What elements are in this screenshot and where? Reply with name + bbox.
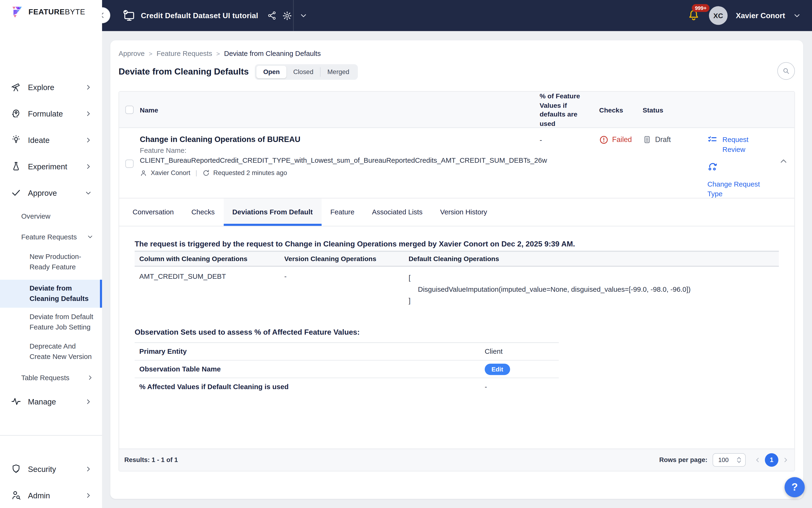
sidebar-item-feature-requests[interactable]: Feature Requests — [0, 231, 102, 242]
request-name-cell: Change in Cleaning Operations of BUREAU … — [140, 128, 540, 199]
breadcrumb-approve[interactable]: Approve — [119, 50, 144, 57]
dev-col-header-version: Version Cleaning Operations — [280, 255, 404, 263]
tab-deviations-from-default[interactable]: Deviations From Default — [224, 198, 322, 226]
rows-per-page-select[interactable]: 100 — [713, 453, 746, 467]
refresh-icon — [202, 169, 210, 176]
sidebar-item-admin[interactable]: Admin — [0, 488, 102, 503]
status-filter-group: Open Closed Merged — [255, 64, 357, 80]
sidebar-item-experiment[interactable]: Experiment — [0, 159, 102, 174]
chevron-right-icon — [87, 375, 93, 381]
sidebar-item-label: Formulate — [28, 109, 63, 118]
sidebar-item-label: Ideate — [28, 135, 50, 144]
gear-icon[interactable] — [282, 11, 292, 20]
content-card: Approve > Feature Requests > Deviate fro… — [110, 40, 803, 499]
table-header: Name % of Feature Values if defaults are… — [119, 92, 794, 128]
filter-open[interactable]: Open — [257, 66, 286, 78]
filter-closed[interactable]: Closed — [286, 66, 320, 78]
chevron-down-icon[interactable] — [300, 12, 307, 19]
chevron-down-icon[interactable] — [794, 12, 801, 19]
affected-values-value: - — [485, 383, 559, 390]
row-checkbox[interactable] — [126, 159, 134, 167]
topbar: Credit Default Dataset UI tutorial — [102, 0, 812, 31]
tab-version-history[interactable]: Version History — [431, 198, 496, 226]
sidebar-item-label: Experiment — [28, 162, 67, 171]
flask-icon — [11, 161, 21, 171]
requester-name: Xavier Conort — [151, 169, 190, 176]
sidebar-item-label: Explore — [28, 83, 54, 91]
avatar[interactable]: XC — [709, 6, 728, 25]
sidebar-item-label: Manage — [28, 397, 56, 406]
edit-button[interactable]: Edit — [485, 364, 510, 375]
request-review-link[interactable]: Request Review — [707, 135, 794, 154]
check-icon — [11, 187, 21, 198]
trigger-text: The request is triggered by the request … — [135, 240, 779, 248]
table-row[interactable]: Change in Cleaning Operations of BUREAU … — [119, 128, 794, 199]
deviations-table: Column with Cleaning Operations Version … — [135, 251, 779, 313]
search-button[interactable] — [777, 62, 795, 80]
title-row: Deviate from Cleaning Defaults Open Clos… — [119, 64, 358, 80]
sidebar-item-formulate[interactable]: Formulate — [0, 106, 102, 121]
notifications-button[interactable]: 999+ — [687, 9, 701, 22]
sidebar-item-new-production-ready-feature[interactable]: New Production-Ready Feature — [0, 252, 102, 272]
tab-associated-lists[interactable]: Associated Lists — [363, 198, 432, 226]
monitor-check-icon — [123, 9, 135, 22]
primary-entity-value: Client — [485, 348, 559, 355]
tab-feature[interactable]: Feature — [322, 198, 363, 226]
sidebar-item-ideate[interactable]: Ideate — [0, 132, 102, 147]
col-header-checks: Checks — [599, 106, 643, 114]
sidebar-item-table-requests[interactable]: Table Requests — [0, 372, 102, 383]
share-icon[interactable] — [267, 11, 276, 20]
app-viewport: Credit Default Dataset UI tutorial — [0, 0, 812, 508]
next-page-button[interactable] — [782, 456, 790, 464]
help-button[interactable]: ? — [785, 477, 805, 497]
breadcrumb: Approve > Feature Requests > Deviate fro… — [119, 50, 321, 57]
page-number-button[interactable]: 1 — [765, 453, 778, 467]
chevron-right-icon — [85, 492, 92, 499]
sidebar-item-overview[interactable]: Overview — [0, 211, 102, 221]
head-gear-icon — [11, 108, 21, 119]
feature-name-label: Feature Name: — [140, 147, 540, 155]
project-switcher[interactable]: Credit Default Dataset UI tutorial — [123, 0, 307, 31]
pager: 1 — [754, 453, 789, 467]
prev-page-button[interactable] — [754, 456, 761, 464]
person-icon — [140, 169, 147, 176]
filter-merged[interactable]: Merged — [321, 66, 356, 78]
sidebar-item-explore[interactable]: Explore — [0, 80, 102, 94]
breadcrumb-separator: > — [149, 50, 152, 57]
sidebar-item-deviate-from-default-feature-job-setting[interactable]: Deviate from Default Feature Job Setting — [0, 312, 102, 333]
checks-cell: Failed — [599, 128, 643, 199]
deviations-table-header: Column with Cleaning Operations Version … — [135, 251, 779, 267]
breadcrumb-feature-requests[interactable]: Feature Requests — [156, 50, 212, 57]
status-cell: Draft — [643, 128, 689, 199]
chevron-down-icon — [85, 189, 92, 196]
sidebar-item-deprecate-and-create-new-version[interactable]: Deprecate And Create New Version — [0, 341, 102, 362]
dev-column-name: AMT_CREDIT_SUM_DEBT — [135, 272, 280, 307]
error-circle-icon — [599, 135, 608, 144]
sidebar-item-label: Security — [28, 464, 56, 473]
select-spinner-icon — [736, 456, 741, 464]
sidebar-item-approve[interactable]: Approve — [0, 185, 102, 200]
change-request-type-link[interactable]: Change Request Type — [707, 179, 764, 199]
select-all-checkbox[interactable] — [126, 105, 134, 114]
featurebyte-logo-mark — [11, 5, 25, 18]
tab-conversation[interactable]: Conversation — [124, 198, 182, 226]
sidebar-divider — [0, 435, 102, 436]
sidebar-item-deviate-from-cleaning-defaults[interactable]: Deviate from Cleaning Defaults — [0, 280, 102, 308]
sidebar-item-manage[interactable]: Manage — [0, 394, 102, 409]
breadcrumb-current: Deviate from Cleaning Defaults — [224, 50, 321, 57]
lightbulb-icon — [11, 135, 21, 145]
sidebar-item-security[interactable]: Security — [0, 462, 102, 476]
brand-text: FEATUREBYTE — [29, 7, 85, 16]
status-badge: Draft — [655, 135, 671, 143]
tab-checks[interactable]: Checks — [182, 198, 224, 226]
detail-tabs: Conversation Checks Deviations From Defa… — [119, 198, 794, 226]
topbar-divider — [293, 0, 294, 31]
requests-panel: Name % of Feature Values if defaults are… — [119, 91, 795, 471]
results-count: Results: 1 - 1 of 1 — [124, 456, 178, 464]
chevron-right-icon — [85, 163, 92, 170]
shield-icon — [11, 464, 21, 474]
chevron-up-icon[interactable] — [779, 157, 788, 165]
breadcrumb-separator: > — [216, 50, 220, 57]
featurebyte-logo[interactable]: FEATUREBYTE — [11, 5, 85, 18]
dev-col-header-default: Default Cleaning Operations — [404, 255, 779, 263]
